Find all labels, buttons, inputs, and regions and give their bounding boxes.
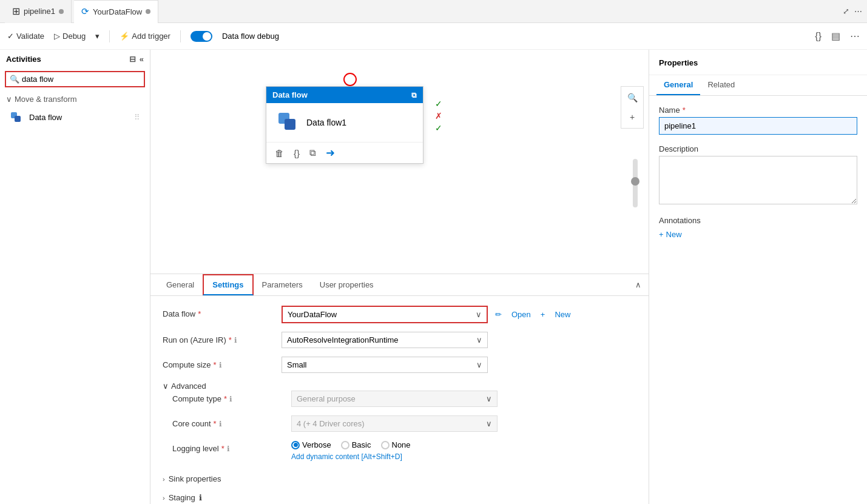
arrow-node-icon[interactable]: ➜ xyxy=(326,146,335,160)
svg-rect-1 xyxy=(15,116,21,122)
pipeline-icon: ⊞ xyxy=(12,5,20,17)
search-box[interactable]: 🔍 xyxy=(5,71,145,87)
sink-properties-row[interactable]: › Sink properties xyxy=(163,469,636,488)
staging-expand-icon: › xyxy=(163,494,165,502)
staging-label: Staging xyxy=(169,493,195,502)
filter-icon[interactable]: ⊟ xyxy=(129,55,136,64)
node-body: Data flow1 xyxy=(266,103,423,142)
tab-yourdataflow[interactable]: ⟳ YourDataFlow xyxy=(74,0,158,23)
delete-node-icon[interactable]: 🗑 xyxy=(275,148,284,158)
drag-handle-icon: ⠿ xyxy=(134,113,140,122)
right-tab-bar: General Related xyxy=(649,75,867,96)
right-panel-title: Properties xyxy=(649,50,867,75)
open-button[interactable]: Open xyxy=(511,310,531,319)
tab-general[interactable]: General xyxy=(158,275,203,294)
data-flow-dropdown[interactable]: YourDataFlow ∨ xyxy=(282,306,488,323)
staging-row[interactable]: › Staging ℹ xyxy=(163,488,636,504)
tab-settings[interactable]: Settings xyxy=(203,274,253,295)
advanced-label: Advanced xyxy=(171,381,206,391)
validate-button[interactable]: ✓ Validate xyxy=(7,32,44,41)
settings-content: Data flow * YourDataFlow ∨ ✏ Open xyxy=(150,296,649,504)
sink-properties-label: Sink properties xyxy=(169,474,221,483)
radio-basic[interactable]: Basic xyxy=(341,440,371,449)
debug-label: Data flow debug xyxy=(222,32,279,41)
right-content: Name * Description Annotations + New xyxy=(649,96,867,258)
annotations-label: Annotations xyxy=(659,216,701,225)
more-toolbar-icon[interactable]: ⋯ xyxy=(850,30,860,42)
logging-level-info-icon: ℹ xyxy=(227,445,230,453)
category-move-transform[interactable]: ∨ Move & transform xyxy=(0,92,150,106)
run-on-dropdown[interactable]: AutoResolveIntegrationRuntime ∨ xyxy=(282,332,488,348)
canvas: Data flow ⧉ Data flow1 🗑 {} ⧉ ➜ xyxy=(150,50,649,274)
tab-dot-yourdataflow xyxy=(146,9,150,14)
search-input[interactable] xyxy=(22,75,140,84)
code-node-icon[interactable]: {} xyxy=(294,148,300,158)
compute-size-info-icon: ℹ xyxy=(219,361,222,369)
toolbar: ✓ Validate ▷ Debug ▾ ⚡ Add trigger Data … xyxy=(0,23,867,50)
verbose-radio-dot xyxy=(294,443,298,447)
run-on-field-row: Run on (Azure IR) * ℹ AutoResolveIntegra… xyxy=(163,332,636,348)
tab-pipeline1[interactable]: ⊞ pipeline1 xyxy=(5,0,72,23)
success-icon: ✓ xyxy=(435,99,442,109)
dropdown-debug-button[interactable]: ▾ xyxy=(95,32,100,41)
advanced-section: ∨ Advanced Compute type * ℹ xyxy=(163,381,636,461)
none-radio-circle xyxy=(381,441,390,449)
right-panel: Properties General Related Name * Descri… xyxy=(649,50,867,504)
edit-icon: ✏ xyxy=(495,310,502,319)
debug-button[interactable]: ▷ Debug xyxy=(54,32,86,41)
zoom-slider-thumb[interactable] xyxy=(631,177,639,186)
copy-node-icon[interactable]: ⧉ xyxy=(309,147,316,158)
staging-info-icon: ℹ xyxy=(199,493,202,502)
node-header: Data flow ⧉ xyxy=(266,87,423,103)
advanced-collapse-icon: ∨ xyxy=(163,381,169,391)
add-annotation-button[interactable]: + New xyxy=(659,230,857,239)
compute-type-label: Compute type * ℹ xyxy=(172,391,282,403)
core-count-control: 4 (+ 4 Driver cores) ∨ xyxy=(291,415,636,432)
compute-type-control: General purpose ∨ xyxy=(291,391,636,407)
more-icon[interactable]: ⋯ xyxy=(854,7,862,16)
node-footer: 🗑 {} ⧉ ➜ xyxy=(266,142,423,163)
core-count-dropdown[interactable]: 4 (+ 4 Driver cores) ∨ xyxy=(291,415,498,432)
data-flow-debug-toggle[interactable] xyxy=(191,31,212,42)
name-input[interactable] xyxy=(659,117,857,135)
tab-parameters[interactable]: Parameters xyxy=(254,275,311,294)
tab-bar: ⊞ pipeline1 ⟳ YourDataFlow ⤢ ⋯ xyxy=(0,0,867,23)
data-flow-node[interactable]: Data flow ⧉ Data flow1 🗑 {} ⧉ ➜ xyxy=(266,86,423,164)
compute-type-dropdown[interactable]: General purpose ∨ xyxy=(291,391,498,407)
canvas-zoom-slider[interactable] xyxy=(633,159,638,207)
collapse-left-icon[interactable]: « xyxy=(140,55,144,64)
divider2 xyxy=(180,30,181,42)
zoom-in-icon[interactable]: + xyxy=(624,109,641,126)
description-textarea[interactable] xyxy=(659,156,857,204)
radio-none[interactable]: None xyxy=(381,440,411,449)
logging-level-control: Verbose Basic None xyxy=(291,440,636,461)
external-link-icon[interactable]: ⧉ xyxy=(411,91,417,99)
search-canvas-icon[interactable]: 🔍 xyxy=(624,89,641,106)
add-trigger-button[interactable]: ⚡ Add trigger xyxy=(120,32,170,41)
collapse-bottom-icon[interactable]: ∧ xyxy=(635,280,641,289)
main-layout: Activities ⊟ « 🔍 ∨ Move & transform Data… xyxy=(0,50,867,504)
dropdown-chevron-icon: ∨ xyxy=(476,310,482,319)
code-icon[interactable]: {} xyxy=(815,31,821,42)
annotations-header: Annotations xyxy=(659,216,857,225)
activity-data-flow[interactable]: Data flow ⠿ xyxy=(0,106,150,128)
advanced-body: Compute type * ℹ General purpose ∨ xyxy=(163,391,636,461)
tab-user-properties[interactable]: User properties xyxy=(311,275,382,294)
canvas-tools: 🔍 + xyxy=(621,86,644,129)
status-icons: ✓ ✗ ✓ xyxy=(435,99,442,133)
layout-icon[interactable]: ▤ xyxy=(831,30,840,42)
right-tab-related[interactable]: Related xyxy=(700,75,742,95)
right-tab-general[interactable]: General xyxy=(656,75,700,95)
dataflow-tab-icon: ⟳ xyxy=(81,6,89,17)
compute-size-dropdown[interactable]: Small ∨ xyxy=(282,357,488,373)
new-button[interactable]: New xyxy=(555,310,570,319)
svg-rect-3 xyxy=(285,119,295,130)
radio-verbose[interactable]: Verbose xyxy=(291,440,331,449)
bottom-panel: General Settings Parameters User propert… xyxy=(150,274,649,504)
data-flow-icon xyxy=(10,110,24,124)
advanced-header[interactable]: ∨ Advanced xyxy=(163,381,636,391)
expand-icon[interactable]: ⤢ xyxy=(843,7,849,16)
validate-icon: ✓ xyxy=(7,32,14,41)
dynamic-content-link[interactable]: Add dynamic content [Alt+Shift+D] xyxy=(291,452,402,461)
data-flow-label: Data flow * xyxy=(163,306,272,318)
